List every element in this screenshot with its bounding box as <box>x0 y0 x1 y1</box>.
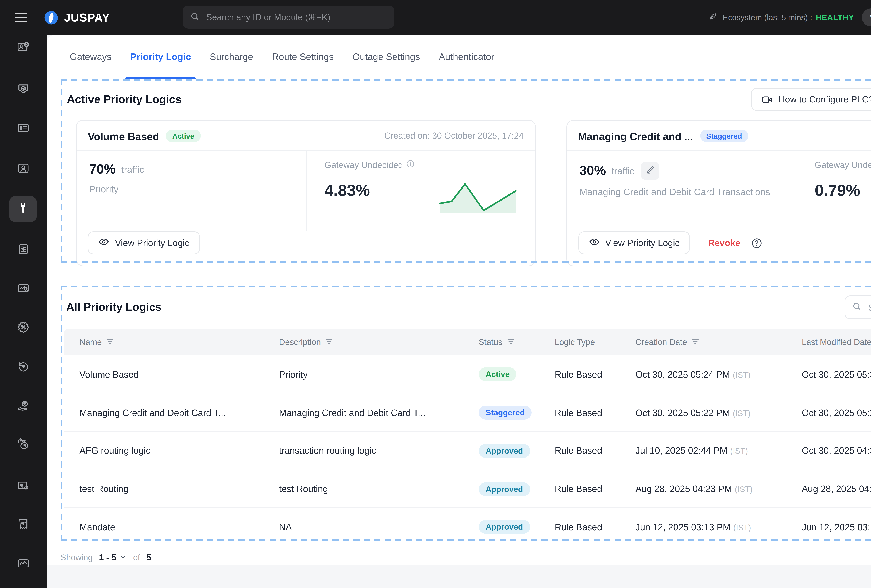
view-priority-logic-button[interactable]: View Priority Logic <box>88 231 200 254</box>
question-circle-icon[interactable] <box>751 237 763 248</box>
merchant-id-icon <box>16 40 30 56</box>
sidebar-item-analytics-search[interactable] <box>9 276 37 302</box>
package-shield-icon <box>16 82 30 98</box>
status-badge: Approved <box>479 520 530 534</box>
configurations-search[interactable] <box>844 295 871 319</box>
status-badge: Active <box>479 367 517 382</box>
column-header-name[interactable]: Name <box>79 337 279 347</box>
sidebar-item-settlement-bag[interactable] <box>9 432 37 459</box>
info-icon[interactable] <box>406 160 415 170</box>
table-header-row: NameDescriptionStatusLogic TypeCreation … <box>64 329 871 355</box>
cell-modified-date: Jun 12, 2025 03:19 PM(IST) <box>802 522 871 532</box>
of-label: of <box>133 552 140 562</box>
user-card-icon <box>16 161 30 177</box>
active-logic-cards: Volume BasedActiveCreated on: 30 October… <box>65 120 871 266</box>
column-header-logic-type[interactable]: Logic Type <box>555 337 636 347</box>
column-header-last-modified-date[interactable]: Last Modified Date <box>802 337 871 347</box>
settings-tabs: GatewaysPriority LogicSurchargeRoute Set… <box>47 35 871 79</box>
search-icon <box>852 301 861 314</box>
sidebar-item-invoice-rupee[interactable] <box>9 237 37 263</box>
column-header-description[interactable]: Description <box>279 337 479 347</box>
all-section-title: All Priority Logics <box>66 301 162 314</box>
tab-authenticator[interactable]: Authenticator <box>439 35 494 79</box>
filter-icon[interactable] <box>325 337 334 347</box>
table-row[interactable]: test Routingtest RoutingApprovedRule Bas… <box>64 470 871 507</box>
column-header-status[interactable]: Status <box>479 337 555 347</box>
edit-traffic-button[interactable] <box>641 162 659 180</box>
view-priority-logic-button[interactable]: View Priority Logic <box>578 231 690 254</box>
sidebar-item-reports-chart[interactable] <box>9 551 37 578</box>
sidebar-item-package-shield[interactable] <box>9 77 37 103</box>
sidebar-item-offers-percent[interactable] <box>9 315 37 341</box>
table-footer: Showing 1 - 5 of 5 1 <box>61 548 871 566</box>
cell-description: Managing Credit and Debit Card T... <box>279 408 479 418</box>
juspay-logo: JUSPAY <box>44 10 110 25</box>
global-search-input[interactable] <box>205 12 387 22</box>
cell-modified-date: Oct 30, 2025 05:22 PM(IST) <box>802 408 871 418</box>
card-subtitle: Priority <box>89 184 298 195</box>
reports-chart-icon <box>16 557 30 573</box>
sidebar-item-user-card[interactable] <box>9 156 37 183</box>
filter-icon[interactable] <box>691 337 700 347</box>
tab-priority-logic[interactable]: Priority Logic <box>130 35 191 79</box>
cell-creation-date: Jul 10, 2025 02:44 PM(IST) <box>636 446 802 456</box>
traffic-label: traffic <box>121 164 144 175</box>
revoke-button[interactable]: Revoke <box>708 238 740 248</box>
filter-icon[interactable] <box>507 337 515 347</box>
juspay-logo-icon <box>44 10 58 25</box>
table-row[interactable]: Volume BasedPriorityActiveRule BasedOct … <box>64 355 871 393</box>
card-list-icon <box>16 121 30 137</box>
tab-surcharge[interactable]: Surcharge <box>210 35 253 79</box>
cell-logic-type: Rule Based <box>555 369 636 380</box>
cell-modified-date: Oct 30, 2025 04:33 PM(IST) <box>802 446 871 456</box>
table-row[interactable]: AFG routing logictransaction routing log… <box>64 432 871 470</box>
created-on-label: Created on: 30 October 2025, 17:24 <box>384 131 524 141</box>
sidebar-item-merchant-id[interactable] <box>9 35 37 61</box>
sidebar-item-card-list[interactable] <box>9 116 37 142</box>
column-header-creation-date[interactable]: Creation Date <box>636 337 802 347</box>
chevron-down-icon <box>119 553 127 561</box>
cell-name: test Routing <box>79 484 279 494</box>
content-panel: GatewaysPriority LogicSurchargeRoute Set… <box>47 35 871 565</box>
tab-route-settings[interactable]: Route Settings <box>272 35 334 79</box>
invoice-icon <box>16 518 30 533</box>
video-camera-icon <box>762 94 773 105</box>
left-sidebar <box>0 35 47 588</box>
cell-modified-date: Aug 28, 2025 04:23 PM(IST) <box>802 484 871 494</box>
sidebar-item-payment-links[interactable] <box>9 473 37 500</box>
table-row[interactable]: MandateNAApprovedRule BasedJun 12, 2025 … <box>64 508 871 546</box>
ecosystem-status: HEALTHY <box>816 13 854 22</box>
ecosystem-leaf-icon <box>709 11 718 24</box>
configurations-search-input[interactable] <box>867 301 871 313</box>
global-search[interactable] <box>183 6 394 28</box>
cell-description: transaction routing logic <box>279 446 479 456</box>
analytics-search-icon <box>16 281 30 297</box>
sidebar-item-refunds[interactable] <box>9 355 37 381</box>
status-badge: Active <box>166 130 201 142</box>
sidebar-item-invoice[interactable] <box>9 512 37 539</box>
table-row[interactable]: Managing Credit and Debit Card T...Manag… <box>64 393 871 431</box>
gateway-sparkline <box>438 181 518 216</box>
rows-per-page-selector[interactable]: 1 - 5 <box>99 552 127 562</box>
sidebar-item-tools[interactable] <box>9 196 37 222</box>
how-to-configure-button[interactable]: How to Configure PLC? <box>751 88 871 111</box>
view-history-button[interactable]: VIEW HISTORY <box>862 8 871 27</box>
cell-creation-date: Aug 28, 2025 04:23 PM(IST) <box>636 484 802 494</box>
ecosystem-label: Ecosystem (last 5 mins) : <box>723 13 812 22</box>
gateway-undecided-label: Gateway Undecided <box>815 160 871 170</box>
tab-gateways[interactable]: Gateways <box>70 35 111 79</box>
settlement-bag-icon <box>16 437 30 453</box>
sidebar-item-payouts[interactable] <box>9 394 37 420</box>
status-badge: Staggered <box>479 406 532 420</box>
topbar-right: Ecosystem (last 5 mins) : HEALTHY VIEW H… <box>709 8 871 27</box>
cell-description: Priority <box>279 369 479 380</box>
priority-logic-card: Managing Credit and ...StaggeredCreated … <box>566 120 871 266</box>
gateway-undecided-value: 0.79% <box>815 181 871 200</box>
status-badge: Approved <box>479 444 530 458</box>
cell-name: Volume Based <box>79 369 279 380</box>
tab-outage-settings[interactable]: Outage Settings <box>353 35 420 79</box>
menu-icon[interactable] <box>15 12 27 22</box>
cell-logic-type: Rule Based <box>555 408 636 418</box>
filter-icon[interactable] <box>106 337 114 347</box>
cell-logic-type: Rule Based <box>555 446 636 456</box>
